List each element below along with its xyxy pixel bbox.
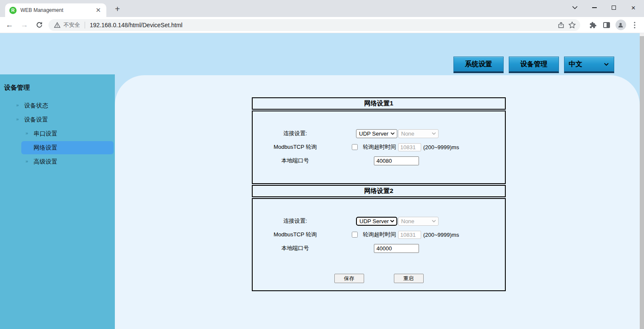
browser-tab[interactable]: R WEB Management ✕ xyxy=(5,3,106,17)
new-tab-button[interactable]: + xyxy=(112,4,123,14)
local-port-row: 本地端口号 xyxy=(253,154,505,167)
chevron-down-icon xyxy=(604,63,609,66)
system-settings-button[interactable]: 系统设置 xyxy=(453,57,504,73)
chevron-down-icon xyxy=(432,132,436,135)
restart-button[interactable]: 重启 xyxy=(394,274,424,283)
page-background: 系统设置 设备管理 中文 设备管理 » 设备状态 » 设备设置 » 串口设置 网… xyxy=(0,33,644,329)
panel-title: 网络设置1 xyxy=(252,97,506,110)
local-port-label: 本地端口号 xyxy=(261,244,329,252)
sidebar-item-device-status[interactable]: » 设备状态 xyxy=(0,99,115,113)
reload-icon[interactable] xyxy=(34,20,45,31)
address-divider xyxy=(85,22,85,28)
timeout-range-note: (200~9999)ms xyxy=(423,144,459,150)
chevron-down-icon xyxy=(390,220,394,222)
chevron-down-icon xyxy=(432,220,436,222)
browser-toolbar: ← → 不安全 192.168.0.148/html/DeviceSet.htm… xyxy=(0,17,644,33)
network-settings-panel-2: 网络设置2 连接设置: UDP Server None ModbusTCP 轮询 xyxy=(252,185,506,291)
arrow-bullet-icon: » xyxy=(16,102,19,108)
sidebar-item-advanced-settings[interactable]: » 高级设置 xyxy=(0,155,115,169)
sidebar-item-label: 串口设置 xyxy=(34,130,57,138)
modbus-polling-checkbox[interactable] xyxy=(352,144,358,150)
language-select[interactable]: 中文 xyxy=(564,57,614,73)
language-value: 中文 xyxy=(569,60,582,69)
browser-tab-strip: R WEB Management ✕ + × xyxy=(0,0,644,17)
window-maximize-button[interactable] xyxy=(604,0,624,15)
toolbar-right-icons xyxy=(584,19,641,31)
local-port-label: 本地端口号 xyxy=(261,157,329,164)
connection-type-value: UDP Server xyxy=(359,130,388,137)
sidebar-item-device-settings[interactable]: » 设备设置 xyxy=(0,113,115,127)
tab-close-icon[interactable]: ✕ xyxy=(94,6,102,14)
address-bar[interactable]: 不安全 192.168.0.148/html/DeviceSet.html xyxy=(48,19,580,31)
sidebar-item-label: 高级设置 xyxy=(34,158,57,166)
modbus-row: ModbusTCP 轮询 轮询超时时间 (200~9999)ms xyxy=(253,140,505,154)
not-secure-warning-icon xyxy=(54,22,60,28)
window-minimize-button[interactable] xyxy=(584,0,604,15)
panel-body: 连接设置: UDP Server None ModbusTCP 轮询 轮询超时时… xyxy=(252,198,506,291)
local-port-row: 本地端口号 xyxy=(253,241,505,255)
connection-type-select-focused[interactable]: UDP Server xyxy=(356,217,397,226)
modbus-polling-checkbox[interactable] xyxy=(352,232,358,238)
connection-label: 连接设置: xyxy=(261,217,329,225)
network-settings-panel-1: 网络设置1 连接设置: UDP Server None ModbusTCP 轮询 xyxy=(252,97,506,184)
browser-menu-icon[interactable] xyxy=(629,19,641,31)
timeout-label: 轮询超时时间 xyxy=(363,143,396,151)
panel-body: 连接设置: UDP Server None ModbusTCP 轮询 轮询超时时… xyxy=(252,111,506,184)
panel-title: 网络设置2 xyxy=(252,185,506,197)
timeout-range-note: (200~9999)ms xyxy=(423,232,459,238)
timeout-input-disabled xyxy=(398,231,421,239)
modbus-label: ModbusTCP 轮询 xyxy=(261,231,329,238)
timeout-label: 轮询超时时间 xyxy=(363,231,396,238)
sidebar-item-label: 设备状态 xyxy=(24,102,48,110)
sidebar-title: 设备管理 xyxy=(4,84,115,92)
connection-type-value: UDP Server xyxy=(359,218,389,224)
bookmark-star-icon[interactable] xyxy=(567,20,578,31)
tab-search-chevron-icon[interactable] xyxy=(565,0,584,15)
sidebar-item-network-settings[interactable]: 网络设置 xyxy=(21,141,114,154)
window-controls: × xyxy=(565,0,643,15)
extensions-puzzle-icon[interactable] xyxy=(587,19,598,31)
device-management-button[interactable]: 设备管理 xyxy=(509,57,559,73)
main-content: 网络设置1 连接设置: UDP Server None ModbusTCP 轮询 xyxy=(115,75,640,329)
modbus-label: ModbusTCP 轮询 xyxy=(261,143,329,151)
security-label: 不安全 xyxy=(63,21,80,29)
connection-mode-select-disabled: None xyxy=(398,129,439,138)
local-port-input[interactable] xyxy=(374,244,419,253)
page-scrollbar[interactable] xyxy=(640,33,644,329)
action-buttons-row: 保存 重启 xyxy=(253,274,505,283)
save-button[interactable]: 保存 xyxy=(334,274,364,283)
local-port-input[interactable] xyxy=(374,156,419,165)
connection-mode-value: None xyxy=(401,218,414,224)
tab-title: WEB Management xyxy=(20,7,94,13)
connection-row: 连接设置: UDP Server None xyxy=(253,127,505,140)
scrollbar-thumb[interactable] xyxy=(640,36,644,329)
chevron-down-icon xyxy=(390,132,395,135)
back-icon[interactable]: ← xyxy=(4,20,15,31)
share-icon[interactable] xyxy=(556,20,567,31)
side-panel-icon[interactable] xyxy=(601,19,613,31)
sidebar-menu: » 设备状态 » 设备设置 » 串口设置 网络设置 » 高级设置 xyxy=(0,99,115,169)
connection-type-select[interactable]: UDP Server xyxy=(356,129,397,138)
modbus-row: ModbusTCP 轮询 轮询超时时间 (200~9999)ms xyxy=(253,228,505,241)
timeout-input-disabled xyxy=(398,143,421,151)
arrow-bullet-icon: » xyxy=(26,130,28,136)
connection-row: 连接设置: UDP Server None xyxy=(253,214,505,228)
sidebar: 设备管理 » 设备状态 » 设备设置 » 串口设置 网络设置 » 高级设置 xyxy=(0,74,115,329)
arrow-bullet-icon: » xyxy=(26,159,28,164)
connection-mode-value: None xyxy=(401,130,414,137)
forward-icon[interactable]: → xyxy=(19,20,30,31)
arrow-bullet-icon: » xyxy=(16,116,19,122)
top-navigation: 系统设置 设备管理 中文 xyxy=(453,57,614,73)
connection-mode-select-disabled: None xyxy=(398,217,439,226)
sidebar-item-label: 网络设置 xyxy=(34,144,57,152)
url-text[interactable]: 192.168.0.148/html/DeviceSet.html xyxy=(90,22,556,28)
profile-avatar[interactable] xyxy=(615,19,627,31)
sidebar-item-serial-settings[interactable]: » 串口设置 xyxy=(0,127,115,141)
site-favicon: R xyxy=(9,7,17,14)
connection-label: 连接设置: xyxy=(261,130,329,137)
sidebar-item-label: 设备设置 xyxy=(24,116,48,124)
window-close-button[interactable]: × xyxy=(624,0,643,15)
